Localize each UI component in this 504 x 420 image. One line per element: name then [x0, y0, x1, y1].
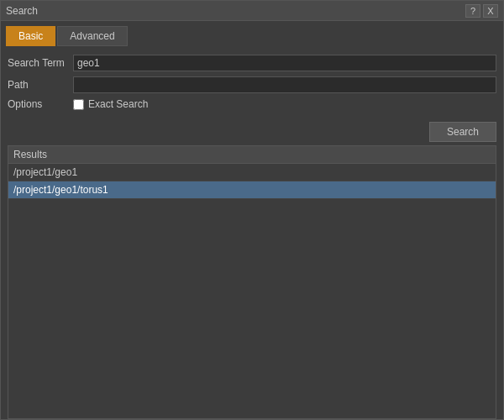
list-item[interactable]: /project1/geo1 — [8, 164, 496, 181]
tab-advanced[interactable]: Advanced — [57, 26, 127, 46]
search-term-row: Search Term — [8, 55, 496, 71]
exact-search-label: Exact Search — [88, 98, 148, 110]
title-bar: Search ? X — [1, 1, 503, 21]
path-row: Path — [8, 76, 496, 93]
close-button[interactable]: X — [483, 4, 498, 18]
exact-search-checkbox[interactable] — [73, 99, 84, 110]
window-title: Search — [6, 5, 38, 17]
results-header: Results — [8, 146, 496, 164]
search-button-row: Search — [1, 118, 503, 145]
options-row: Options Exact Search — [8, 98, 496, 110]
list-item[interactable]: /project1/geo1/torus1 — [8, 181, 496, 199]
results-list: /project1/geo1 /project1/geo1/torus1 — [8, 164, 496, 418]
path-input[interactable] — [73, 76, 496, 93]
results-section: Results /project1/geo1 /project1/geo1/to… — [8, 145, 496, 419]
tab-basic[interactable]: Basic — [6, 26, 55, 46]
title-bar-buttons: ? X — [465, 4, 498, 18]
tab-bar: Basic Advanced — [1, 21, 503, 46]
search-term-input[interactable] — [73, 55, 496, 71]
form-area: Search Term Path Options Exact Search — [1, 46, 503, 118]
exact-search-checkbox-label[interactable]: Exact Search — [73, 98, 148, 110]
options-label: Options — [8, 98, 66, 110]
search-term-label: Search Term — [8, 57, 66, 69]
search-button[interactable]: Search — [429, 122, 496, 142]
path-label: Path — [8, 79, 66, 91]
search-window: Search ? X Basic Advanced Search Term Pa… — [0, 0, 504, 420]
help-button[interactable]: ? — [465, 4, 480, 18]
